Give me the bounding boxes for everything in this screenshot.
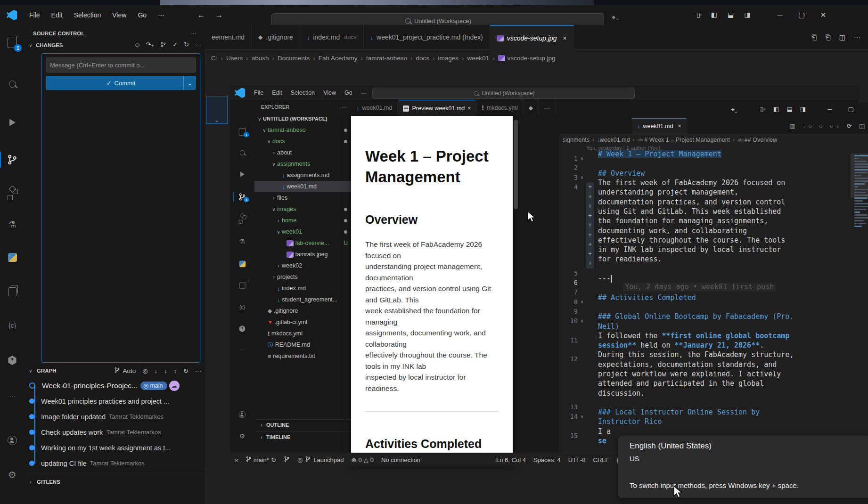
pane-tab-close-icon[interactable]: ×	[678, 123, 681, 130]
pane-tab-week01[interactable]: ↓ week01.md ×	[632, 118, 687, 134]
breadcrumb-item[interactable]: tamrat-anbeso	[366, 55, 407, 62]
layout-controls[interactable]: ▯◦ ◧ ⬓ ◨	[696, 11, 750, 18]
menu-⋯[interactable]: ⋯	[152, 11, 170, 19]
changes-more-icon[interactable]: ···	[195, 41, 201, 49]
toggle-secondary-sidebar-icon[interactable]: ◨	[744, 11, 750, 18]
graph-refresh-icon[interactable]: ↻	[183, 367, 188, 374]
menu-edit[interactable]: Edit	[46, 11, 68, 19]
launchpad-status[interactable]: ◎Launchpad	[297, 455, 344, 464]
connection-status[interactable]: No connection	[381, 456, 420, 463]
toggle-panel-icon[interactable]: ⬓	[728, 11, 734, 18]
activity-search[interactable]	[0, 73, 25, 95]
gitlens-section-header[interactable]: › GITLENS	[25, 474, 205, 489]
breadcrumb-item[interactable]: vscode-setup.jpg	[508, 55, 556, 62]
activity-remote-library[interactable]	[0, 281, 25, 302]
activity-braces-c[interactable]: {c}	[0, 315, 25, 336]
push-pull-icon[interactable]: ↕	[174, 367, 177, 374]
breadcrumb-item[interactable]: week01	[467, 55, 490, 62]
nav-back-button[interactable]: ←	[197, 11, 205, 19]
refresh-icon[interactable]: ↻	[184, 41, 189, 49]
activity-gitlens[interactable]	[0, 350, 25, 371]
pane-breadcrumb-item[interactable]: signments	[563, 137, 590, 143]
problems-status[interactable]: ⊗0△0	[352, 456, 374, 463]
copilot-icon[interactable]: ⌖⌄	[612, 13, 620, 22]
tree-item-images: ∨ images	[254, 203, 351, 215]
graph-more-icon[interactable]: ···	[195, 367, 201, 374]
pane-breadcrumb[interactable]: signments›↓ week01.md›abc # Week 1 – Pro…	[563, 135, 868, 145]
eol[interactable]: CRLF	[593, 456, 609, 463]
remote-icon[interactable]: ›‹	[235, 456, 238, 463]
activity-testing[interactable]: ⚗	[0, 213, 25, 235]
graph-target-icon[interactable]: ◎	[142, 367, 147, 374]
graph-auto-label[interactable]: Auto	[123, 367, 136, 374]
activity-source-control[interactable]	[0, 149, 25, 171]
fetch-icon[interactable]: ↓	[155, 367, 158, 374]
commit-row[interactable]: Week01 principles practices and project …	[25, 393, 205, 409]
activity-extensions[interactable]	[0, 184, 25, 205]
commit-check-icon[interactable]: ✓	[172, 41, 178, 49]
activity-python[interactable]	[0, 246, 25, 268]
breadcrumb-item[interactable]: C:	[211, 55, 218, 62]
split-editor-icon[interactable]: ◫	[839, 33, 845, 41]
changes-section-header[interactable]: ∨ CHANGES ◇ ↷₊ ✓ ↻ ···	[25, 40, 205, 51]
commit-dropdown-icon[interactable]: ⌄	[183, 76, 196, 90]
reopen2-icon[interactable]: ⎗	[826, 33, 831, 41]
menu-go[interactable]: Go	[132, 11, 152, 19]
breadcrumb-item[interactable]: docs	[416, 55, 429, 62]
tab-week01-project-practice-md-Index-[interactable]: ↓week01_project_practice.md (Index)	[364, 25, 490, 49]
graph-status-icon[interactable]	[284, 455, 290, 464]
indentation[interactable]: Spaces: 4	[533, 456, 561, 463]
commit-row[interactable]: Week-01-principles-Proojec... ◎ main ☁	[25, 378, 205, 393]
stage-all-icon[interactable]: ◇	[135, 41, 139, 49]
branch-status[interactable]: main*↻	[246, 455, 276, 464]
cursor-position[interactable]: Ln 6, Col 4	[496, 456, 526, 463]
commit-button[interactable]: ✓Commit ⌄	[46, 76, 196, 90]
code-editor[interactable]: 1 ∨ # Week 1 – Project Management 2 3 ∨ …	[559, 154, 851, 450]
cloud-badge[interactable]: ☁	[169, 381, 180, 391]
tab-index-md[interactable]: ↓index.md docs	[300, 25, 364, 49]
discard-icon[interactable]: ↷₊	[146, 41, 154, 49]
customize-layout-icon[interactable]: ▯◦	[696, 11, 701, 18]
pull-icon[interactable]: ↓	[164, 367, 167, 374]
breadcrumb-item[interactable]: Fab Acedamy	[319, 55, 358, 62]
breadcrumb-item[interactable]: images	[438, 55, 459, 62]
toggle-sidebar-icon[interactable]: ◧	[711, 11, 717, 18]
breadcrumb[interactable]: C:›Users›abush›Documents›Fab Acedamy›tam…	[211, 50, 866, 66]
close-button[interactable]: ✕	[812, 6, 834, 24]
commit-row[interactable]: Check updates work Tamrat Teklemarkos	[25, 424, 205, 440]
breadcrumb-item[interactable]: Users	[226, 55, 243, 62]
commit-message-input[interactable]: Message (Ctrl+Enter to commit o...	[46, 57, 196, 73]
breadcrumb-item[interactable]: Documents	[278, 55, 310, 62]
activity-settings[interactable]: ⚙	[0, 464, 25, 486]
tab-vscode-setup-jpg[interactable]: vscode-setup.jpg ×	[490, 25, 574, 50]
commit-row[interactable]: Working on my 1st week assignment as t..…	[25, 440, 205, 455]
editor-corner-widget[interactable]: ⌄	[206, 97, 228, 124]
tab-eement-md[interactable]: eement.md	[205, 25, 252, 49]
activity-more[interactable]: ···	[0, 385, 25, 407]
nav-forward-button[interactable]: →	[215, 11, 223, 19]
activity-run-debug[interactable]	[0, 112, 25, 133]
graph-section-header[interactable]: ∨ GRAPH Auto ◎ ↓ ↓ ↕ ↻ ···	[25, 363, 205, 378]
branch-badge-main[interactable]: ◎ main	[140, 382, 167, 390]
pane-breadcrumb-item[interactable]: # Week 1 – Project Management	[644, 137, 730, 143]
tab-close-icon[interactable]: ×	[563, 34, 567, 42]
commit-row[interactable]: updating CI file Tamrat Teklemarkos	[25, 455, 205, 471]
activity-account[interactable]	[0, 430, 25, 451]
commit-row[interactable]: Image folder updated Tamrat Teklemarkos	[25, 409, 205, 424]
pane-breadcrumb-item[interactable]: week01.md	[600, 137, 630, 143]
activity-explorer[interactable]: 1	[0, 32, 25, 54]
menu-view[interactable]: View	[106, 11, 132, 19]
breadcrumb-item[interactable]: abush	[252, 55, 269, 62]
minimize-button[interactable]: ─	[769, 6, 791, 24]
tabs-more-icon[interactable]: ···	[854, 33, 860, 41]
graph-compare-icon[interactable]	[160, 41, 166, 49]
encoding[interactable]: UTF-8	[568, 456, 586, 463]
maximize-button[interactable]: ▢	[791, 6, 812, 24]
preview-scrollbar[interactable]	[514, 120, 518, 209]
menu-selection[interactable]: Selection	[68, 11, 107, 19]
pane-breadcrumb-item[interactable]: ## Overview	[745, 137, 777, 143]
sidebar-more-icon[interactable]: ···	[191, 31, 197, 36]
reopen-icon[interactable]: ⎗	[811, 33, 817, 41]
menu-file[interactable]: File	[24, 11, 46, 19]
tab--gitignore[interactable]: ◆.gitignore	[252, 25, 300, 49]
